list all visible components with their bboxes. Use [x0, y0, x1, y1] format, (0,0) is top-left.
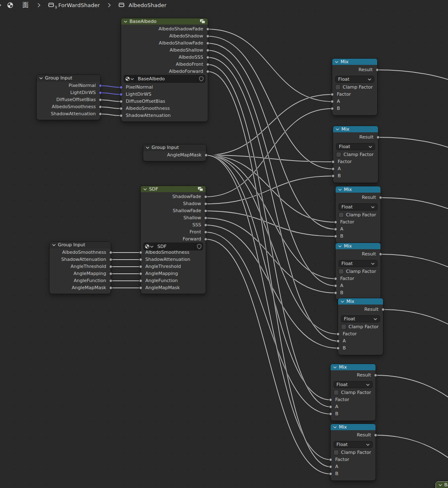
- node-editor-canvas[interactable]: 面 9 ForWardShader AlbedoShader BaseAlbed…: [0, 0, 448, 488]
- node-header[interactable]: Group Input: [50, 242, 111, 248]
- socket-out-group-input-1-0[interactable]: [99, 84, 102, 87]
- socket-out-base-albedo-3[interactable]: [207, 49, 209, 52]
- data-type-select[interactable]: Float: [334, 381, 372, 388]
- socket-out-group-input-3-0[interactable]: [110, 251, 112, 254]
- socket-out-base-albedo-1[interactable]: [207, 35, 209, 38]
- socket-out-sdf-5[interactable]: [204, 231, 207, 234]
- clamp-factor-checkbox[interactable]: [336, 85, 340, 89]
- breadcrumb-item-forwardshader[interactable]: ForWardShader: [58, 2, 100, 8]
- clamp-factor-toggle[interactable]: Clamp Factor: [336, 151, 373, 157]
- socket-out-group-input-1-1[interactable]: [99, 92, 102, 94]
- socket-in-mix-5-2[interactable]: [337, 347, 340, 350]
- socket-in-mix-7-1[interactable]: [329, 466, 332, 468]
- socket-in-mix-3-2[interactable]: [334, 235, 337, 238]
- socket-in-mix-2-2[interactable]: [332, 175, 335, 178]
- node-base-albedo[interactable]: BaseAlbedoAlbedoShadowFadeAlbedoShadowAl…: [121, 18, 208, 121]
- socket-in-base-albedo-3[interactable]: [120, 107, 123, 110]
- socket-in-base-albedo-1[interactable]: [120, 93, 123, 96]
- socket-in-mix-5-0[interactable]: [337, 333, 340, 336]
- clamp-factor-checkbox[interactable]: [336, 152, 341, 157]
- socket-in-mix-1-1[interactable]: [331, 100, 334, 103]
- socket-out-group-input-1-3[interactable]: [99, 106, 102, 109]
- clamp-factor-toggle[interactable]: Clamp Factor: [339, 268, 376, 274]
- socket-in-sdf-5[interactable]: [139, 287, 142, 290]
- clamp-factor-checkbox[interactable]: [334, 450, 338, 455]
- data-type-select[interactable]: Float: [339, 204, 377, 210]
- socket-out-sdf-2[interactable]: [204, 210, 207, 213]
- socket-in-mix-7-2[interactable]: [329, 473, 332, 476]
- socket-out-sdf-1[interactable]: [204, 203, 207, 206]
- socket-out-mix-2-result[interactable]: [377, 136, 380, 139]
- node-header[interactable]: Mix: [336, 186, 381, 193]
- data-type-select[interactable]: Float: [339, 260, 377, 267]
- socket-in-mix-4-1[interactable]: [334, 285, 337, 287]
- node-header[interactable]: Mix: [331, 424, 376, 430]
- socket-out-base-albedo-6[interactable]: [207, 70, 209, 73]
- node-header[interactable]: Mix: [331, 364, 376, 370]
- socket-out-sdf-3[interactable]: [204, 217, 207, 220]
- socket-in-base-albedo-2[interactable]: [120, 100, 123, 103]
- material-preview-button[interactable]: [124, 75, 135, 82]
- socket-out-mix-5-result[interactable]: [382, 308, 385, 311]
- node-header[interactable]: Group Input: [143, 144, 206, 151]
- socket-out-sdf-4[interactable]: [204, 224, 207, 227]
- socket-in-base-albedo-0[interactable]: [120, 86, 123, 89]
- socket-out-base-albedo-2[interactable]: [207, 42, 209, 45]
- node-header[interactable]: Mix: [336, 243, 381, 249]
- socket-out-group-input-1-4[interactable]: [99, 113, 102, 116]
- node-mix-6[interactable]: MixResultFloatClamp FactorFactorAB: [331, 364, 376, 421]
- socket-in-mix-2-0[interactable]: [332, 161, 335, 163]
- socket-in-sdf-2[interactable]: [139, 265, 142, 268]
- socket-out-group-input-3-2[interactable]: [110, 265, 112, 268]
- socket-in-sdf-0[interactable]: [139, 251, 142, 254]
- node-header[interactable]: Mix: [332, 59, 377, 65]
- node-group-input-1[interactable]: Group InputPixelNormalLightDirWSDiffuseO…: [37, 75, 100, 120]
- socket-in-mix-5-1[interactable]: [337, 340, 340, 343]
- data-type-select[interactable]: Float: [336, 76, 374, 82]
- node-sdf[interactable]: SDFShadowFadeShadowShallowFadeShallowSSS…: [141, 186, 206, 294]
- data-type-select[interactable]: Float: [336, 144, 375, 150]
- socket-in-sdf-4[interactable]: [139, 280, 142, 282]
- socket-out-sdf-6[interactable]: [204, 238, 207, 241]
- node-header[interactable]: Mix: [338, 298, 383, 305]
- socket-out-base-albedo-0[interactable]: [207, 28, 209, 31]
- socket-out-mix-1-result[interactable]: [376, 69, 379, 72]
- data-type-select[interactable]: Float: [334, 441, 372, 448]
- socket-in-base-albedo-4[interactable]: [120, 114, 123, 117]
- socket-out-base-albedo-5[interactable]: [207, 63, 209, 66]
- node-group-name-field[interactable]: BaseAlbedo: [124, 75, 205, 82]
- socket-out-group-input-2-0[interactable]: [205, 154, 208, 157]
- node-header[interactable]: Group Input: [37, 75, 100, 82]
- socket-out-group-input-3-3[interactable]: [110, 272, 112, 275]
- breadcrumb-item-albedoshader[interactable]: AlbedoShader: [129, 2, 167, 8]
- node-clipped-group[interactable]: Bas: [436, 481, 448, 488]
- node-mix-5[interactable]: MixResultFloatClamp FactorFactorAB: [338, 298, 383, 355]
- socket-in-mix-6-2[interactable]: [329, 413, 332, 416]
- fake-user-shield-button[interactable]: [195, 243, 203, 250]
- socket-in-mix-1-0[interactable]: [331, 93, 334, 96]
- socket-out-group-input-3-1[interactable]: [110, 258, 112, 261]
- socket-in-mix-7-0[interactable]: [329, 458, 332, 461]
- socket-out-group-input-1-2[interactable]: [99, 99, 102, 102]
- clamp-factor-toggle[interactable]: Clamp Factor: [339, 212, 376, 218]
- node-group-input-2[interactable]: Group InputAngleMapMask: [143, 144, 206, 161]
- node-group-input-3[interactable]: Group InputAlbedoSmoothnessShadowAttenua…: [50, 242, 111, 294]
- data-type-select[interactable]: Float: [341, 316, 380, 322]
- node-header[interactable]: BaseAlbedo: [121, 18, 208, 25]
- socket-out-base-albedo-4[interactable]: [207, 56, 209, 59]
- node-mix-4[interactable]: MixResultFloatClamp FactorFactorAB: [336, 243, 381, 300]
- clamp-factor-checkbox[interactable]: [339, 213, 343, 217]
- clamp-factor-checkbox[interactable]: [334, 390, 338, 395]
- socket-out-mix-7-result[interactable]: [374, 434, 377, 437]
- socket-in-mix-6-0[interactable]: [329, 399, 332, 401]
- socket-in-mix-6-1[interactable]: [329, 406, 332, 409]
- node-header[interactable]: Mix: [333, 126, 378, 132]
- socket-out-mix-6-result[interactable]: [374, 374, 377, 377]
- node-mix-1[interactable]: MixResultFloatClamp FactorFactorAB: [332, 59, 377, 115]
- socket-out-group-input-3-5[interactable]: [110, 287, 112, 290]
- clamp-factor-checkbox[interactable]: [341, 325, 346, 329]
- socket-in-mix-1-2[interactable]: [331, 107, 334, 110]
- clamp-factor-toggle[interactable]: Clamp Factor: [334, 389, 371, 395]
- socket-out-group-input-3-4[interactable]: [110, 280, 112, 282]
- node-mix-2[interactable]: MixResultFloatClamp FactorFactorAB: [333, 126, 378, 183]
